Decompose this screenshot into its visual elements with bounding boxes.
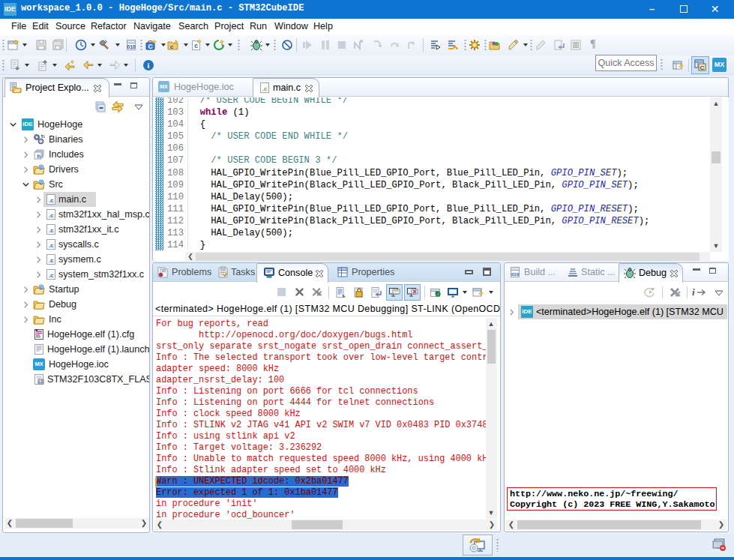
svg-text:.c: .c bbox=[49, 212, 54, 219]
svg-text:C: C bbox=[700, 64, 705, 71]
svg-text:c: c bbox=[170, 43, 174, 50]
svg-text:i: i bbox=[148, 61, 150, 70]
svg-text:C: C bbox=[148, 43, 152, 50]
svg-text:c: c bbox=[40, 285, 43, 290]
svg-text:h: h bbox=[37, 153, 41, 160]
svg-text:010: 010 bbox=[511, 272, 520, 277]
svg-text:.c: .c bbox=[49, 227, 54, 234]
svg-text:LD: LD bbox=[39, 380, 44, 384]
svg-text:.c: .c bbox=[49, 257, 54, 264]
svg-text:.c: .c bbox=[262, 85, 268, 92]
svg-text:.c: .c bbox=[49, 242, 54, 249]
svg-text:.c: .c bbox=[49, 197, 54, 204]
svg-text:010: 010 bbox=[127, 44, 136, 49]
svg-text:c: c bbox=[40, 180, 43, 185]
svg-text:c: c bbox=[40, 165, 43, 170]
svg-text:.c: .c bbox=[49, 272, 54, 279]
svg-text:c: c bbox=[194, 42, 198, 49]
